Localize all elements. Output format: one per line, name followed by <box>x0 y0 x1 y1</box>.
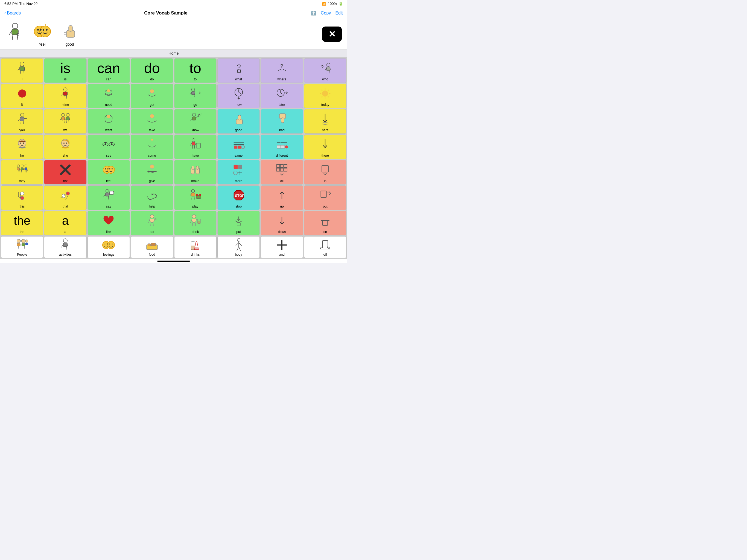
grid-cell-r1c5[interactable]: now <box>217 84 260 108</box>
grid-cell-r1c1[interactable]: mine <box>44 84 86 108</box>
grid-cell-r5c6[interactable]: up <box>261 185 303 210</box>
cell-icon <box>45 187 85 204</box>
grid-cell-r4c2[interactable]: ✦ ✦ feel <box>87 160 130 184</box>
grid-cell-r2c7[interactable]: here <box>304 109 346 134</box>
svg-line-38 <box>61 93 63 96</box>
grid-cell-r5c4[interactable]: play <box>174 185 216 210</box>
cell-label: he <box>20 154 24 157</box>
svg-line-32 <box>330 68 331 70</box>
grid-cell-r6c1[interactable]: aa <box>44 211 86 235</box>
cell-icon <box>305 187 345 204</box>
grid-cell-r4c7[interactable]: in <box>304 160 346 184</box>
grid-cell-r2c1[interactable]: we <box>44 109 86 134</box>
category-cell-drinks[interactable]: drinks <box>174 236 216 258</box>
grid-cell-r0c6[interactable]: ? where <box>261 58 303 83</box>
grid-cell-r0c5[interactable]: ? what <box>217 58 260 83</box>
svg-line-62 <box>321 90 323 91</box>
grid-cell-r6c6[interactable]: down <box>261 211 303 235</box>
cell-icon <box>2 59 42 77</box>
grid-cell-r3c1[interactable]: she <box>44 134 86 159</box>
cell-label: down <box>278 230 286 234</box>
grid-cell-r0c3[interactable]: dodo <box>131 58 173 83</box>
category-cell-food[interactable]: food <box>131 236 173 258</box>
cell-label: out <box>323 205 328 208</box>
category-cell-body[interactable]: body <box>217 236 260 258</box>
grid-cell-r6c4[interactable]: drink <box>174 211 216 235</box>
category-cell-people[interactable]: People <box>1 236 43 258</box>
grid-cell-r5c2[interactable]: say <box>87 185 130 210</box>
cell-icon <box>131 110 172 128</box>
grid-cell-r6c3[interactable]: eat <box>131 211 173 235</box>
grid-cell-r5c7[interactable]: out <box>304 185 346 210</box>
category-cell-activities[interactable]: activities <box>44 236 86 258</box>
grid-cell-r3c2[interactable]: see <box>87 134 130 159</box>
grid-cell-r1c2[interactable]: need <box>87 84 130 108</box>
grid-cell-r5c0[interactable]: this <box>1 185 43 210</box>
grid-cell-r2c6[interactable]: bad <box>261 109 303 134</box>
svg-rect-236 <box>191 246 195 250</box>
grid-cell-r0c4[interactable]: toto <box>174 58 216 83</box>
edit-button[interactable]: Edit <box>335 11 343 16</box>
grid-cell-r3c0[interactable]: he <box>1 134 43 159</box>
cell-icon <box>175 110 216 128</box>
grid-cell-r2c2[interactable]: want <box>87 109 130 134</box>
svg-point-77 <box>66 113 70 117</box>
grid-cell-r0c0[interactable]: I <box>1 58 43 83</box>
grid-cell-r3c3[interactable]: come <box>131 134 173 159</box>
grid-cell-r6c0[interactable]: thethe <box>1 211 43 235</box>
grid-cell-r2c3[interactable]: take <box>131 109 173 134</box>
share-icon[interactable]: ⬆️ <box>311 10 316 16</box>
category-cell-off[interactable]: off <box>304 236 346 258</box>
svg-line-56 <box>281 93 282 94</box>
grid-cell-r1c0[interactable]: it <box>1 84 43 108</box>
svg-rect-168 <box>277 169 280 172</box>
grid-cell-r0c2[interactable]: cancan <box>87 58 130 83</box>
grid-cell-r3c5[interactable]: same <box>217 134 260 159</box>
grid-cell-r3c6[interactable]: ≠ different <box>261 134 303 159</box>
grid-cell-r3c7[interactable]: there <box>304 134 346 159</box>
svg-rect-177 <box>106 193 109 196</box>
grid-cell-r5c1[interactable]: that <box>44 185 86 210</box>
svg-point-239 <box>237 238 240 241</box>
delete-button[interactable]: ✕ <box>322 27 342 42</box>
svg-line-65 <box>321 96 323 97</box>
home-indicator <box>0 259 347 263</box>
svg-rect-140 <box>25 168 27 170</box>
grid-cell-r1c6[interactable]: later <box>261 84 303 108</box>
grid-cell-r0c7[interactable]: ? who <box>304 58 346 83</box>
svg-rect-72 <box>61 117 65 120</box>
category-cell-feelings[interactable]: feelings <box>87 236 130 258</box>
grid-cell-r2c5[interactable]: good <box>217 109 260 134</box>
grid-cell-r2c0[interactable]: you <box>1 109 43 134</box>
grid-cell-r1c7[interactable]: today <box>304 84 346 108</box>
cell-icon <box>2 136 42 153</box>
grid-cell-r4c6[interactable]: all <box>261 160 303 184</box>
grid-cell-r1c3[interactable]: get <box>131 84 173 108</box>
copy-button[interactable]: Copy <box>321 11 331 16</box>
svg-point-10 <box>40 29 42 31</box>
grid-cell-r5c3[interactable]: help <box>131 185 173 210</box>
cell-icon: do <box>131 59 172 77</box>
grid-cell-r1c4[interactable]: go <box>174 84 216 108</box>
svg-point-8 <box>40 26 51 37</box>
svg-point-149 <box>105 169 106 170</box>
svg-line-68 <box>18 119 20 121</box>
grid-cell-r2c4[interactable]: know <box>174 109 216 134</box>
grid-cell-r0c1[interactable]: isis <box>44 58 86 83</box>
svg-rect-169 <box>280 169 283 172</box>
grid-cell-r5c5[interactable]: STOP stop <box>217 185 260 210</box>
grid-cell-r4c5[interactable]: more <box>217 160 260 184</box>
grid-cell-r4c4[interactable]: make <box>174 160 216 184</box>
back-button[interactable]: ‹ Boards <box>4 11 21 16</box>
svg-rect-182 <box>110 192 114 195</box>
grid-cell-r4c0[interactable]: they <box>1 160 43 184</box>
grid-cell-r6c2[interactable]: like <box>87 211 130 235</box>
category-cell-and[interactable]: and <box>261 236 303 258</box>
cell-icon: a <box>45 212 85 229</box>
grid-cell-r4c3[interactable]: give <box>131 160 173 184</box>
grid-cell-r3c4[interactable]: have <box>174 134 216 159</box>
grid-cell-r4c1[interactable]: not <box>44 160 86 184</box>
grid-cell-r6c5[interactable]: put <box>217 211 260 235</box>
svg-rect-30 <box>327 67 330 71</box>
grid-cell-r6c7[interactable]: on <box>304 211 346 235</box>
